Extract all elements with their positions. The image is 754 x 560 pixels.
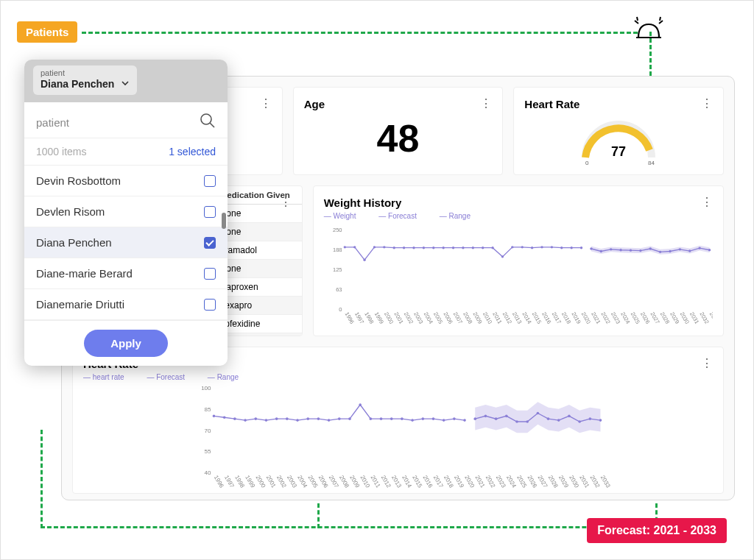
- chevron-down-icon: [121, 77, 130, 90]
- checkbox[interactable]: [204, 206, 216, 218]
- svg-text:2012: 2012: [501, 311, 512, 325]
- svg-point-106: [370, 417, 373, 420]
- svg-text:2005: 2005: [306, 475, 319, 489]
- svg-text:2026: 2026: [526, 475, 538, 489]
- svg-text:2028: 2028: [547, 475, 560, 489]
- svg-text:2033: 2033: [599, 475, 612, 489]
- svg-point-39: [630, 249, 632, 251]
- svg-point-94: [244, 419, 247, 422]
- svg-text:2032: 2032: [698, 311, 710, 325]
- svg-point-126: [578, 420, 581, 423]
- annotation-dash-bottom: [40, 526, 659, 528]
- svg-point-40: [639, 249, 641, 252]
- list-item[interactable]: Devlen Risom: [24, 196, 228, 227]
- list-item[interactable]: Devin Rosbottom: [24, 166, 228, 196]
- svg-point-37: [610, 248, 612, 250]
- svg-point-24: [482, 247, 484, 249]
- heart-rate-history-card: Heart Rate ⋮ — heart rate — Forecast — R…: [72, 347, 724, 494]
- svg-text:55: 55: [205, 448, 211, 455]
- svg-text:0: 0: [339, 306, 342, 313]
- svg-point-108: [390, 417, 393, 420]
- checkbox[interactable]: [204, 237, 216, 249]
- scrollbar-thumb[interactable]: [222, 213, 226, 229]
- svg-point-92: [223, 416, 226, 419]
- svg-point-93: [233, 417, 236, 420]
- svg-text:250: 250: [333, 227, 342, 233]
- svg-point-28: [521, 246, 523, 248]
- svg-text:2007: 2007: [452, 311, 464, 325]
- svg-text:70: 70: [205, 428, 211, 434]
- svg-text:2003: 2003: [412, 311, 424, 325]
- svg-point-44: [678, 248, 680, 250]
- svg-text:2021: 2021: [473, 475, 486, 489]
- svg-text:2016: 2016: [540, 311, 552, 325]
- svg-point-20: [442, 247, 444, 249]
- patient-popover: patient Diana Penchen patient 1000 items…: [24, 60, 228, 366]
- svg-text:2011: 2011: [491, 311, 503, 325]
- visits-more-icon[interactable]: ⋮: [280, 196, 292, 208]
- svg-text:2020: 2020: [580, 311, 592, 325]
- search-icon[interactable]: [200, 113, 216, 132]
- svg-point-105: [359, 403, 362, 406]
- weight-more-icon[interactable]: ⋮: [701, 196, 713, 208]
- svg-text:85: 85: [205, 406, 211, 413]
- svg-text:2001: 2001: [392, 311, 404, 325]
- age-title: Age: [304, 98, 493, 110]
- svg-point-111: [421, 417, 424, 420]
- age-more-icon[interactable]: ⋮: [480, 98, 492, 110]
- svg-text:2031: 2031: [688, 311, 700, 325]
- list-item[interactable]: Diane-marie Berard: [24, 258, 228, 289]
- annotation-dash-top: [82, 32, 638, 34]
- checkbox[interactable]: [204, 299, 216, 311]
- svg-point-43: [669, 250, 671, 252]
- svg-point-41: [649, 247, 651, 249]
- svg-point-121: [526, 420, 529, 423]
- svg-point-29: [531, 247, 533, 249]
- card1-more-icon[interactable]: ⋮: [260, 98, 272, 110]
- svg-line-1: [635, 21, 638, 24]
- list-item[interactable]: Dianemarie Driutti: [24, 289, 228, 320]
- svg-text:2025: 2025: [629, 311, 641, 325]
- svg-text:2005: 2005: [432, 311, 444, 325]
- svg-text:2024: 2024: [505, 475, 518, 489]
- svg-text:2029: 2029: [557, 475, 570, 489]
- svg-point-117: [485, 415, 487, 418]
- svg-text:2020: 2020: [463, 475, 476, 489]
- list-item[interactable]: Diana Penchen: [24, 227, 228, 258]
- annotation-dash-mid: [317, 503, 320, 528]
- svg-point-123: [547, 417, 550, 420]
- svg-line-4: [660, 17, 660, 21]
- svg-text:2007: 2007: [328, 475, 340, 489]
- svg-text:2017: 2017: [550, 311, 562, 325]
- patient-chip[interactable]: patient Diana Penchen: [33, 65, 137, 95]
- svg-text:125: 125: [333, 266, 342, 273]
- svg-text:2006: 2006: [317, 475, 330, 489]
- hrhist-more-icon[interactable]: ⋮: [701, 358, 713, 369]
- list-item-label: Dianemarie Driutti: [36, 298, 124, 311]
- search-placeholder[interactable]: patient: [36, 116, 69, 129]
- svg-point-116: [473, 417, 476, 420]
- checkbox[interactable]: [204, 175, 216, 187]
- gauge-min: 0: [585, 160, 589, 165]
- apply-button[interactable]: Apply: [84, 330, 168, 357]
- checkbox[interactable]: [204, 268, 216, 280]
- svg-text:1998: 1998: [233, 475, 246, 489]
- chip-label: patient: [40, 68, 130, 77]
- svg-text:2004: 2004: [296, 475, 309, 489]
- svg-text:2022: 2022: [599, 311, 611, 325]
- svg-point-33: [570, 247, 572, 249]
- svg-text:2013: 2013: [390, 475, 403, 489]
- svg-point-114: [453, 417, 456, 420]
- svg-text:2027: 2027: [649, 311, 660, 325]
- list-item-label: Devlen Risom: [36, 205, 105, 218]
- hr-more-icon[interactable]: ⋮: [701, 98, 713, 110]
- svg-point-12: [363, 258, 365, 260]
- patient-list[interactable]: Devin RosbottomDevlen RisomDiana Penchen…: [24, 166, 228, 320]
- svg-point-26: [501, 255, 503, 258]
- age-value: 48: [304, 116, 493, 160]
- svg-point-96: [265, 419, 268, 422]
- svg-point-120: [515, 420, 518, 423]
- svg-point-115: [463, 419, 466, 422]
- patients-badge: Patients: [17, 21, 77, 43]
- svg-point-23: [471, 247, 473, 249]
